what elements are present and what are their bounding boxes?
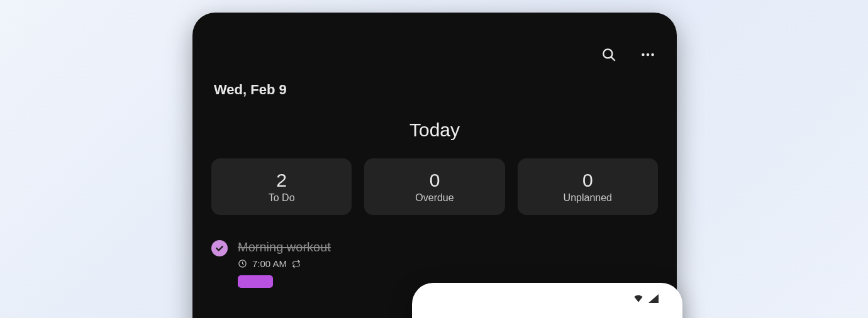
svg-point-3 xyxy=(647,53,650,57)
stats-row: 2 To Do 0 Overdue 0 Unplanned xyxy=(192,141,677,215)
wifi-icon xyxy=(632,293,645,303)
task-title: Morning workout xyxy=(238,240,658,255)
svg-point-4 xyxy=(651,53,654,57)
task-time: 7:00 AM xyxy=(252,258,287,269)
stat-card-todo[interactable]: 2 To Do xyxy=(211,158,352,215)
search-icon xyxy=(601,47,617,63)
stat-count: 0 xyxy=(518,170,658,191)
stat-card-overdue[interactable]: 0 Overdue xyxy=(364,158,504,215)
stat-label: Unplanned xyxy=(518,192,658,204)
current-date: Wed, Feb 9 xyxy=(192,82,677,98)
stat-card-unplanned[interactable]: 0 Unplanned xyxy=(518,158,658,215)
phone-status-bar xyxy=(412,283,682,303)
more-button[interactable] xyxy=(635,42,660,67)
svg-line-1 xyxy=(611,57,615,61)
task-row[interactable]: Morning workout 7:00 AM xyxy=(192,215,677,290)
check-icon xyxy=(214,243,225,253)
stat-label: Overdue xyxy=(364,192,504,204)
repeat-icon xyxy=(292,260,301,268)
more-horizontal-icon xyxy=(640,47,656,63)
task-meta: 7:00 AM xyxy=(238,258,658,269)
app-topbar xyxy=(192,13,677,82)
stat-label: To Do xyxy=(211,192,352,204)
task-timeline xyxy=(211,240,228,259)
search-button[interactable] xyxy=(596,42,621,67)
page-title: Today xyxy=(192,119,677,141)
task-category-badge xyxy=(238,275,273,288)
svg-point-2 xyxy=(642,53,645,57)
stat-count: 2 xyxy=(211,170,352,191)
svg-point-0 xyxy=(603,49,612,58)
clock-icon xyxy=(238,259,247,268)
stat-count: 0 xyxy=(364,170,504,191)
task-complete-toggle[interactable] xyxy=(211,240,228,256)
phone-device-frame xyxy=(412,283,682,318)
signal-icon xyxy=(647,293,660,303)
tablet-device-frame: Wed, Feb 9 Today 2 To Do 0 Overdue 0 Unp… xyxy=(192,13,677,318)
